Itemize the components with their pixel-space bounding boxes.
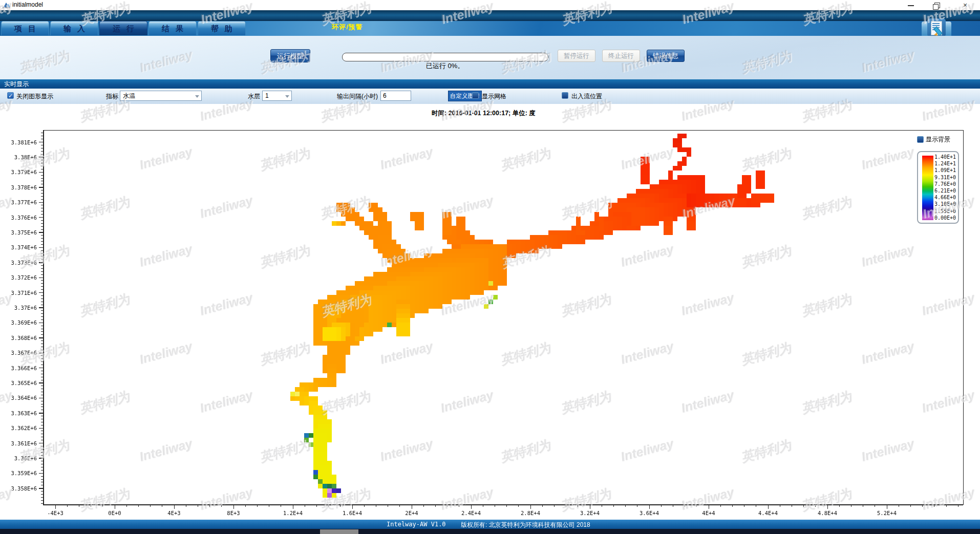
show-background-label: 显示背景 <box>926 135 950 144</box>
legend-value-label: 1.09E+1 <box>934 167 957 173</box>
temperature-map-canvas <box>0 0 980 534</box>
legend-value-label: 4.66E+0 <box>934 195 957 200</box>
color-legend: 1.40E+11.24E+11.09E+19.31E+07.76E+06.21E… <box>917 151 959 224</box>
app-version-text: Intelway-AW V1.0 <box>387 521 446 528</box>
legend-value-label: 3.10E+0 <box>934 201 957 207</box>
legend-value-label: 1.24E+1 <box>934 161 957 166</box>
legend-value-label: 0.00E+0 <box>934 215 957 221</box>
legend-value-label: 6.21E+0 <box>934 188 957 194</box>
copyright-text: 版权所有: 北京英特利为环境科技有限公司 2018 <box>461 521 590 529</box>
legend-value-label: 9.31E+0 <box>934 175 957 180</box>
legend-value-label: 1.55E+0 <box>934 208 957 214</box>
show-background-checkbox[interactable] <box>917 136 924 143</box>
legend-value-label: 1.40E+1 <box>934 154 957 160</box>
legend-value-label: 7.76E+0 <box>934 181 957 187</box>
colorbar-gradient <box>922 156 933 220</box>
